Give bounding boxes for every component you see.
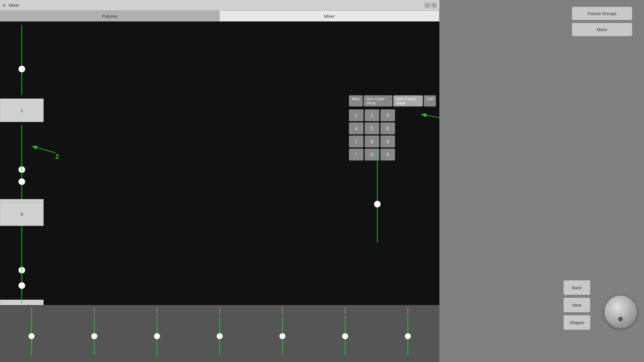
shapes-button[interactable]: Shapes [564,315,590,330]
mini-dot [219,308,220,309]
tab-fixtures[interactable]: Fixtures [0,11,220,21]
menu-icon[interactable]: ≡ [3,3,5,8]
mixer-button[interactable]: Mixer [572,23,632,36]
mini-dot [94,308,95,309]
mini-dot [282,312,283,314]
numpad: 123456789*0# [349,109,436,161]
mini-dot [407,308,409,309]
numpad-btn-*[interactable]: * [349,148,364,161]
tab-main[interactable]: Main [349,95,363,107]
tab-edit[interactable]: Edit [424,95,436,107]
mini-fader-2[interactable] [63,305,125,362]
numpad-btn-2[interactable]: 2 [365,109,379,121]
tab-bar: Fixtures Mixer [0,11,439,21]
fader-line [21,229,22,303]
numpad-btn-1[interactable]: 1 [349,109,364,121]
fader-knob[interactable] [18,66,25,72]
mini-dot [94,312,95,314]
numpad-btn-6[interactable]: 6 [380,122,395,134]
mini-dot [156,310,158,311]
mini-fader-7[interactable] [377,305,439,362]
right-sidebar: Fixture Groups Mixer Back Next Shapes [560,0,644,362]
mini-dot [344,312,346,314]
numpad-btn-9[interactable]: 9 [380,135,395,147]
rotary-knob-dot [618,317,623,321]
mini-dot [282,308,283,309]
window-title: Mixer [9,3,425,8]
fixture-groups-button[interactable]: Fixture Groups [572,7,632,20]
mini-fader-knob[interactable] [342,333,348,339]
mini-dot [407,312,409,314]
fader-line [21,125,22,199]
mini-fader-knob[interactable] [405,333,411,339]
mini-dot [156,308,158,309]
tab-new-fader-stage[interactable]: New Fader Stage [364,95,392,107]
mini-dot [344,310,346,311]
mini-dot [407,310,409,311]
top-fader-row: 12345678 [0,21,349,122]
numpad-btn-#[interactable]: # [380,148,395,161]
mini-dot [219,312,220,314]
bottom-channel-9: 9 [0,122,44,226]
numpad-area: Main New Fader Stage New Fixture Stage E… [349,95,436,161]
top-channel-1: 1 [0,21,44,122]
numpad-btn-7[interactable]: 7 [349,135,364,147]
channel-label-1[interactable]: 1 [0,99,44,122]
mini-fader-knob[interactable] [91,333,97,339]
maximize-button[interactable]: ☐ [431,3,437,8]
numpad-fader-knob[interactable] [374,201,381,207]
bottom-faders [0,305,439,362]
tab-mixer[interactable]: Mixer [220,11,439,21]
numpad-fader[interactable] [374,149,381,243]
mini-fader-1[interactable] [0,305,63,362]
mini-fader-knob[interactable] [217,333,223,339]
titlebar: ≡ Mixer ☐ ☐ [0,0,439,11]
mini-dot [31,312,32,314]
mini-dot [156,312,158,314]
stage-tabs: Main New Fader Stage New Fixture Stage E… [349,95,436,107]
mini-fader-knob[interactable] [154,333,160,339]
numpad-btn-8[interactable]: 8 [365,135,379,147]
tab-new-fixture-stage[interactable]: New Fixture Stage [393,95,423,107]
numpad-btn-5[interactable]: 5 [365,122,379,134]
mini-fader-3[interactable] [125,305,188,362]
mini-dot [31,308,32,309]
numpad-fader-track [377,149,378,243]
fader-line [21,25,22,95]
next-button[interactable]: Next [564,298,590,312]
mini-dot [344,308,346,309]
mini-fader-4[interactable] [188,305,251,362]
mini-fader-knob[interactable] [29,333,35,339]
mini-fader-knob[interactable] [279,333,285,339]
minimize-button[interactable]: ☐ [425,3,430,8]
mini-dot [282,310,283,311]
mini-dot [31,310,32,311]
numpad-btn-3[interactable]: 3 [380,109,395,121]
rotary-knob[interactable] [604,295,637,328]
back-button[interactable]: Back [564,280,590,295]
mini-dot [219,310,220,311]
mini-fader-5[interactable] [251,305,314,362]
mini-fader-6[interactable] [314,305,377,362]
fader-knob[interactable] [18,178,25,185]
fader-knob[interactable] [18,282,25,289]
bottom-fader-row: 910111213141516 [0,122,349,226]
channel-label-9[interactable]: 9 [0,202,44,226]
mini-dot [94,310,95,311]
numpad-btn-4[interactable]: 4 [349,122,364,134]
